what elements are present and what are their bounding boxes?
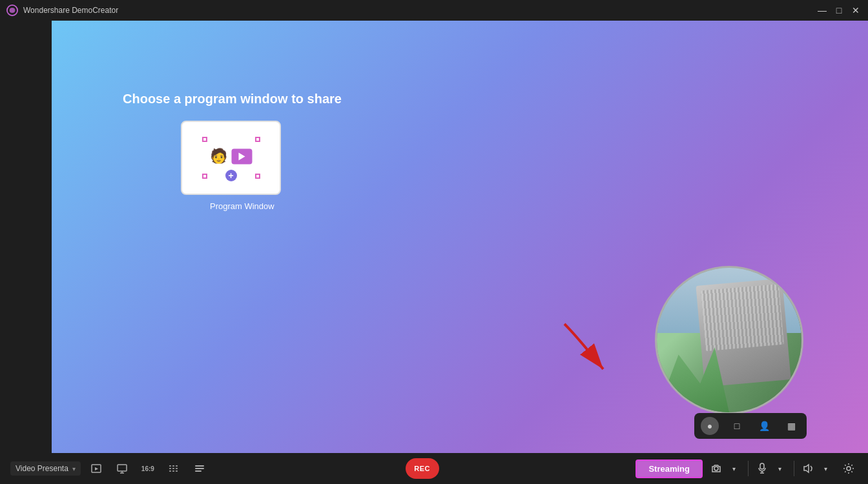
card-inner: 🧑 +: [202, 137, 260, 179]
svg-rect-10: [760, 463, 764, 469]
play-box: [231, 148, 252, 164]
mic-chevron[interactable]: ▾: [772, 460, 789, 477]
layout-icon: ▦: [787, 421, 796, 431]
chevron-down-icon: ▾: [72, 465, 76, 472]
mic-down-icon: ▾: [778, 465, 781, 472]
cam-face-btn[interactable]: 👤: [755, 417, 773, 435]
corner-br: [255, 174, 260, 179]
person-icon: 🧑: [210, 148, 227, 165]
bottom-bar: Video Presenta ▾ 16:9: [0, 453, 868, 484]
bottom-left: Video Presenta ▾ 16:9: [10, 459, 209, 478]
arrow-pointer: [552, 311, 629, 388]
maximize-btn[interactable]: □: [833, 5, 845, 15]
scene-btn[interactable]: [87, 459, 105, 478]
camera-btn[interactable]: [708, 460, 725, 477]
camera-down-icon: ▾: [732, 465, 736, 472]
settings-btn[interactable]: [840, 459, 858, 478]
bottom-icons: 16:9: [87, 459, 209, 478]
aspect-ratio-label: 16:9: [141, 465, 154, 472]
cam-circle-btn[interactable]: ●: [701, 417, 719, 435]
rect-icon: □: [734, 421, 739, 431]
camera-content: [657, 268, 801, 412]
screen-icon: [116, 463, 128, 474]
window-controls: — □ ✕: [816, 5, 862, 15]
volume-btn[interactable]: [800, 460, 816, 477]
app-title: Wondershare DemoCreator: [23, 6, 118, 15]
svg-rect-7: [195, 468, 204, 469]
circle-icon: ●: [707, 421, 712, 431]
source-select[interactable]: Video Presenta ▾: [10, 461, 81, 476]
volume-group: ▾: [800, 460, 834, 477]
rec-button[interactable]: REC: [406, 458, 439, 479]
svg-point-9: [714, 467, 718, 470]
choose-title: Choose a program window to share: [123, 92, 342, 106]
program-window-label: Program Window: [210, 201, 274, 211]
mic-btn[interactable]: [754, 460, 770, 477]
divider-2: [794, 461, 794, 476]
volume-chevron[interactable]: ▾: [818, 460, 834, 477]
mic-group: ▾: [754, 460, 789, 477]
face-track-icon: 👤: [759, 421, 770, 431]
camera-chevron[interactable]: ▾: [726, 460, 743, 477]
camera-toolbar: ● □ 👤 ▦: [694, 413, 807, 439]
aspect-ratio-btn[interactable]: 16:9: [139, 459, 157, 478]
card-icons: 🧑: [210, 148, 252, 165]
mic-icon: [758, 463, 767, 474]
streaming-button[interactable]: Streaming: [636, 459, 703, 478]
arrow-svg: [552, 311, 629, 388]
close-btn[interactable]: ✕: [850, 5, 862, 15]
title-bar: Wondershare DemoCreator — □ ✕: [0, 0, 868, 21]
volume-icon: [802, 463, 814, 474]
add-icon: +: [225, 170, 237, 181]
camera-preview: [655, 266, 803, 414]
cam-layout-btn[interactable]: ▦: [782, 417, 800, 435]
left-sidebar: [0, 21, 52, 453]
corner-tr: [255, 137, 260, 142]
bottom-right: Streaming ▾: [636, 459, 858, 478]
screen-btn[interactable]: [113, 459, 131, 478]
camera-group: ▾: [708, 460, 743, 477]
motion-icon: [168, 463, 180, 474]
app-logo: [6, 5, 18, 16]
minimize-btn[interactable]: —: [816, 5, 828, 15]
corner-bl: [202, 174, 207, 179]
svg-rect-6: [195, 465, 204, 467]
gear-icon: [843, 463, 854, 474]
divider-1: [748, 461, 749, 476]
text-btn[interactable]: [191, 459, 209, 478]
program-window-card[interactable]: 🧑 +: [181, 121, 281, 195]
camera-icon: [710, 463, 722, 474]
volume-down-icon: ▾: [824, 465, 827, 472]
svg-point-13: [847, 467, 851, 470]
play-triangle-icon: [238, 152, 245, 160]
main-content: Choose a program window to share 🧑 + Pro…: [52, 21, 868, 453]
scene-icon: [90, 463, 102, 474]
cam-rect-btn[interactable]: □: [728, 417, 746, 435]
title-bar-left: Wondershare DemoCreator: [6, 5, 118, 16]
svg-rect-3: [118, 465, 127, 471]
motion-btn[interactable]: [165, 459, 183, 478]
text-icon: [194, 463, 205, 474]
right-controls: ▾ ▾: [708, 460, 834, 477]
corner-tl: [202, 137, 207, 142]
svg-rect-8: [195, 470, 202, 472]
source-label: Video Presenta: [16, 464, 68, 473]
bottom-center: REC: [406, 458, 439, 479]
